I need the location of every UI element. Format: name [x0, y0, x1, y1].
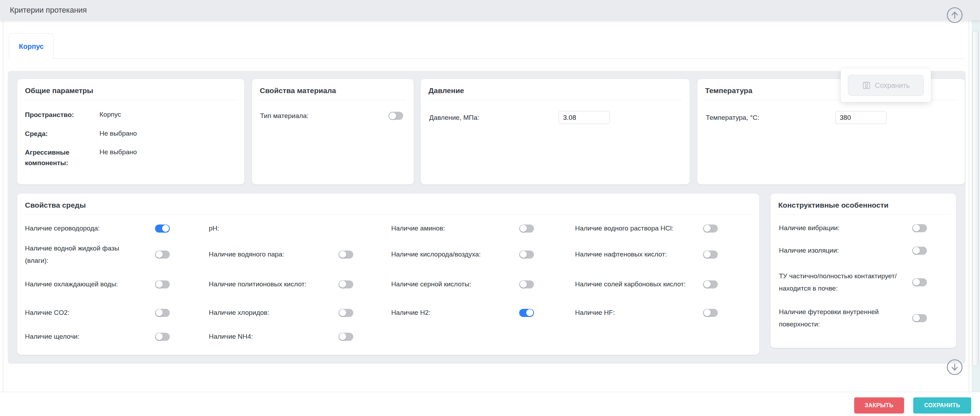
scroll-to-top-button[interactable]	[946, 7, 963, 24]
env-row: Наличие сероводорода:	[25, 217, 170, 240]
dialog-header: Критерии протекания	[0, 0, 980, 21]
design-row: Наличие вибрации:	[779, 217, 927, 239]
save-popover: Сохранить	[841, 69, 931, 102]
general-rows: Пространство: Корпус Среда: Не выбрано А…	[17, 100, 244, 168]
toggle-knob	[156, 281, 163, 288]
popover-save-button[interactable]: Сохранить	[848, 75, 924, 96]
env-row: Наличие водной жидкой фазы (влаги):	[25, 240, 170, 269]
tab-korpus[interactable]: Корпус	[9, 33, 54, 59]
toggle-knob	[339, 251, 346, 258]
card-divider	[778, 214, 948, 215]
env-row: Наличие водного раствора HCl:	[575, 217, 718, 240]
field-value: Корпус	[99, 110, 121, 119]
env-column-4: Наличие водного раствора HCl: Наличие на…	[575, 217, 718, 326]
toggle-label: Наличие кислорода/воздуха:	[391, 248, 481, 260]
scrollbar-thumb[interactable]	[973, 31, 978, 367]
toggle-knob	[704, 251, 711, 258]
general-row: Среда: Не выбрано	[25, 129, 236, 139]
toggle-label: Наличие водной жидкой фазы (влаги):	[25, 242, 141, 267]
env-row: Наличие NH4:	[209, 326, 353, 347]
toggle-knob	[389, 113, 396, 119]
field-label: Среда:	[25, 129, 99, 139]
lining-toggle[interactable]	[912, 314, 927, 322]
toggle-knob	[520, 225, 527, 232]
toggle-knob	[704, 225, 711, 232]
toggle-label: Тип материала:	[260, 112, 309, 120]
toggle-label: Наличие CO2:	[25, 306, 70, 319]
toggle-label: Наличие H2:	[391, 306, 431, 319]
scroll-to-bottom-button[interactable]	[946, 359, 963, 376]
card-material-props: Свойства материала Тип материала:	[252, 79, 414, 184]
toggle-label: ТУ частично/полностью контактирует/наход…	[779, 270, 900, 294]
card-divider	[260, 100, 406, 100]
toggle-knob	[913, 314, 920, 321]
oxygen-air-toggle[interactable]	[519, 251, 534, 259]
toggle-label: Наличие NH4:	[209, 330, 253, 343]
h2s-toggle[interactable]	[155, 224, 170, 233]
temperature-input[interactable]	[835, 111, 886, 124]
sulfuric-acid-toggle[interactable]	[519, 280, 534, 289]
toggle-label: Наличие футеровки внутренней поверхности…	[779, 306, 900, 330]
arrow-up-circle-icon	[946, 7, 963, 24]
insulation-toggle[interactable]	[912, 247, 927, 255]
toggle-knob	[156, 251, 163, 258]
material-row: Тип материала:	[260, 112, 403, 120]
card-title: Общие параметры	[17, 79, 244, 100]
tab-row-divider	[54, 58, 965, 59]
hcl-solution-toggle[interactable]	[703, 224, 718, 233]
toggle-label: Наличие нафтеновых кислот:	[575, 248, 667, 260]
card-general-params: Общие параметры Пространство: Корпус Сре…	[17, 79, 244, 184]
dialog-footer: ЗАКРЫТЬ СОХРАНИТЬ	[0, 392, 980, 416]
env-row: Наличие кислорода/воздуха:	[391, 240, 534, 269]
toggle-label: Наличие водного раствора HCl:	[575, 222, 673, 234]
env-row: Наличие аминов:	[391, 217, 534, 240]
panel-left-border	[3, 21, 3, 392]
field-label: Пространство:	[25, 110, 99, 120]
toggle-label: Наличие солей карбоновых кислот:	[575, 278, 686, 290]
card-title: Конструктивные особенности	[770, 194, 956, 214]
card-divider	[428, 100, 682, 100]
naphthenic-acids-toggle[interactable]	[703, 251, 718, 259]
flow-criteria-dialog: Критерии протекания Корпус Общие парамет…	[0, 0, 980, 416]
cooling-water-toggle[interactable]	[155, 280, 170, 289]
env-row: pH:	[209, 217, 353, 240]
toggle-knob	[913, 279, 920, 286]
close-button[interactable]: ЗАКРЫТЬ	[854, 397, 904, 414]
toggle-knob	[520, 251, 527, 258]
env-row: Наличие H2:	[391, 299, 534, 326]
env-row: Наличие серной кислоты:	[391, 269, 534, 299]
alkali-toggle[interactable]	[155, 333, 170, 341]
scrollbar-track[interactable]	[972, 21, 980, 392]
toggle-knob	[339, 309, 346, 316]
hf-toggle[interactable]	[703, 309, 718, 317]
env-row: Наличие водяного пара:	[209, 240, 353, 269]
vibration-toggle[interactable]	[912, 224, 927, 232]
card-pressure: Давление Давление, МПа:	[421, 79, 690, 184]
field-label: Давление, МПа:	[429, 114, 558, 122]
card-environment-props: Свойства среды Наличие сероводорода: Нал…	[17, 194, 759, 355]
env-row: Наличие солей карбоновых кислот:	[575, 269, 718, 299]
water-phase-toggle[interactable]	[155, 251, 170, 259]
carboxylic-salts-toggle[interactable]	[703, 280, 718, 289]
toggle-knob	[704, 309, 711, 316]
toggle-label: Наличие сероводорода:	[25, 222, 100, 234]
steam-toggle[interactable]	[339, 251, 353, 259]
co2-toggle[interactable]	[155, 309, 170, 317]
field-label: Температура, °C:	[706, 114, 835, 122]
chlorides-toggle[interactable]	[339, 309, 353, 317]
dialog-title: Критерии протекания	[0, 6, 87, 15]
env-row: Наличие HF:	[575, 299, 718, 326]
card-design-features: Конструктивные особенности Наличие вибра…	[770, 194, 956, 348]
toggle-label: Наличие аминов:	[391, 222, 445, 234]
amines-toggle[interactable]	[519, 224, 534, 233]
save-button[interactable]: СОХРАНИТЬ	[913, 397, 971, 414]
pressure-input[interactable]	[558, 111, 610, 124]
polythionic-acids-toggle[interactable]	[339, 280, 353, 289]
arrow-down-circle-icon	[946, 359, 963, 376]
nh4-toggle[interactable]	[339, 333, 353, 341]
soil-contact-toggle[interactable]	[912, 278, 927, 286]
h2-toggle[interactable]	[519, 309, 534, 317]
material-type-toggle[interactable]	[388, 112, 403, 120]
env-row: Наличие нафтеновых кислот:	[575, 240, 718, 269]
design-row: ТУ частично/полностью контактирует/наход…	[779, 262, 927, 302]
